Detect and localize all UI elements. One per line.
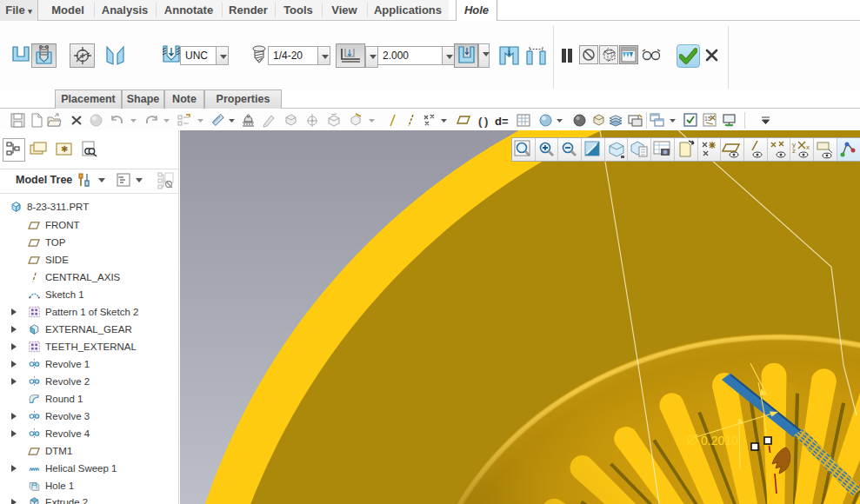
svg-text:x: x: [806, 143, 810, 151]
svg-text:✱: ✱: [61, 144, 68, 154]
svg-text:0.2010: 0.2010: [701, 434, 738, 448]
svg-text:z: z: [792, 147, 796, 155]
svg-text:15: 15: [704, 116, 711, 122]
